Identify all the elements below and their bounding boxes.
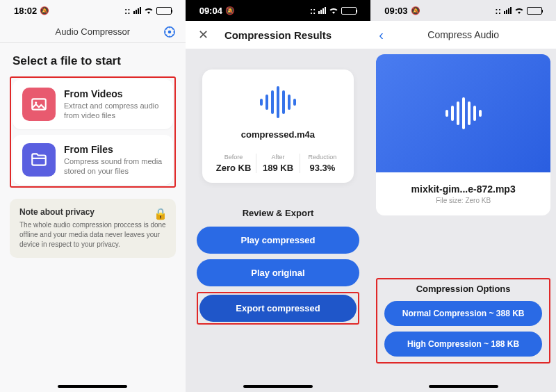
folder-icon: [22, 143, 56, 177]
stat-value: Zero KB: [212, 163, 256, 173]
play-compressed-button[interactable]: Play compressed: [197, 227, 360, 254]
export-compressed-button[interactable]: Export compressed: [199, 295, 357, 322]
svg-rect-12: [445, 110, 448, 117]
battery-icon: [156, 7, 172, 15]
play-original-button[interactable]: Play original: [197, 259, 360, 286]
card-desc: Extract and compress audio from video fi…: [64, 101, 163, 121]
wifi-icon: [144, 7, 154, 14]
annotation-highlight: From Videos Extract and compress audio f…: [10, 76, 176, 188]
modal-header: ✕ Compression Results: [186, 21, 371, 49]
svg-rect-15: [462, 97, 465, 129]
from-videos-card[interactable]: From Videos Extract and compress audio f…: [13, 79, 173, 129]
cellular-icon: [318, 7, 326, 14]
svg-rect-6: [265, 95, 268, 110]
stat-label: Reduction: [300, 154, 344, 161]
status-bar: 18:02 🔕 ::: [0, 0, 186, 21]
hero-background: [376, 54, 550, 172]
file-size: File size: Zero KB: [386, 197, 541, 204]
bell-icon: 🔕: [40, 6, 49, 15]
file-info-card: mixkit-gim...e-872.mp3 File size: Zero K…: [376, 172, 550, 215]
status-bar: 09:04 🔕 ::: [186, 0, 371, 21]
signal-icon: ::: [495, 6, 501, 16]
annotation-highlight: Compression Options Normal Compression ~…: [376, 278, 550, 364]
wifi-icon: [514, 7, 524, 14]
svg-point-1: [167, 30, 171, 33]
cellular-icon: [133, 7, 141, 14]
bell-icon: 🔕: [225, 6, 235, 15]
screen-header: Audio Compressor: [0, 21, 186, 43]
svg-rect-8: [277, 86, 279, 118]
signal-icon: ::: [124, 6, 131, 16]
waveform-icon: [443, 96, 484, 131]
settings-icon[interactable]: [163, 26, 176, 38]
home-indicator[interactable]: [58, 385, 127, 388]
card-title: From Files: [64, 144, 163, 155]
svg-rect-7: [271, 90, 274, 114]
annotation-highlight: Export compressed: [197, 292, 360, 325]
back-icon[interactable]: ‹: [379, 27, 384, 43]
svg-rect-5: [260, 99, 263, 106]
battery-icon: [527, 7, 542, 15]
home-indicator[interactable]: [243, 385, 313, 388]
page-heading: Select a file to start: [0, 43, 186, 76]
status-time: 09:03: [384, 6, 407, 16]
privacy-title: Note about privacy: [19, 207, 166, 217]
lock-icon: 🔒: [154, 207, 167, 220]
screen-header: ‹ Compress Audio: [370, 21, 556, 49]
svg-rect-18: [479, 110, 482, 117]
home-indicator[interactable]: [429, 385, 498, 388]
section-title: Review & Export: [197, 208, 360, 218]
waveform-icon: [257, 85, 299, 120]
stat-value: 189 KB: [256, 163, 300, 173]
stat-value: 93.3%: [300, 163, 344, 173]
card-title: From Videos: [64, 88, 163, 99]
from-files-card[interactable]: From Files Compress sound from media sto…: [13, 135, 173, 185]
signal-icon: ::: [310, 6, 316, 16]
image-icon: [22, 88, 56, 121]
status-time: 09:04: [199, 6, 222, 16]
options-title: Compression Options: [384, 284, 542, 294]
bell-icon: 🔕: [411, 6, 420, 15]
svg-rect-13: [451, 106, 454, 121]
result-card: compressed.m4a Before Zero KB After 189 …: [202, 70, 354, 183]
card-desc: Compress sound from media stored on your…: [64, 156, 163, 177]
filename: mixkit-gim...e-872.mp3: [386, 183, 541, 195]
svg-rect-10: [288, 95, 291, 110]
privacy-note: Note about privacy The whole audio compr…: [10, 199, 176, 258]
close-icon[interactable]: ✕: [198, 27, 208, 42]
cellular-icon: [504, 7, 512, 14]
svg-rect-17: [473, 106, 476, 121]
filename: compressed.m4a: [212, 129, 345, 140]
screen-title: Compress Audio: [427, 29, 499, 40]
svg-rect-11: [293, 99, 296, 106]
svg-rect-16: [468, 101, 471, 125]
high-compression-button[interactable]: High Compression ~ 188 KB: [384, 332, 542, 357]
privacy-text: The whole audio compression proccess is …: [19, 220, 166, 250]
status-bar: 09:03 🔕 ::: [370, 0, 556, 21]
svg-rect-9: [282, 90, 285, 114]
normal-compression-button[interactable]: Normal Compression ~ 388 KB: [384, 301, 542, 326]
status-time: 18:02: [14, 6, 37, 16]
stat-label: After: [256, 154, 300, 161]
wifi-icon: [329, 7, 338, 14]
app-title: Audio Compressor: [56, 26, 131, 37]
battery-icon: [341, 7, 357, 15]
svg-rect-14: [457, 101, 459, 125]
stat-label: Before: [212, 154, 256, 161]
modal-title: Compression Results: [224, 29, 332, 41]
